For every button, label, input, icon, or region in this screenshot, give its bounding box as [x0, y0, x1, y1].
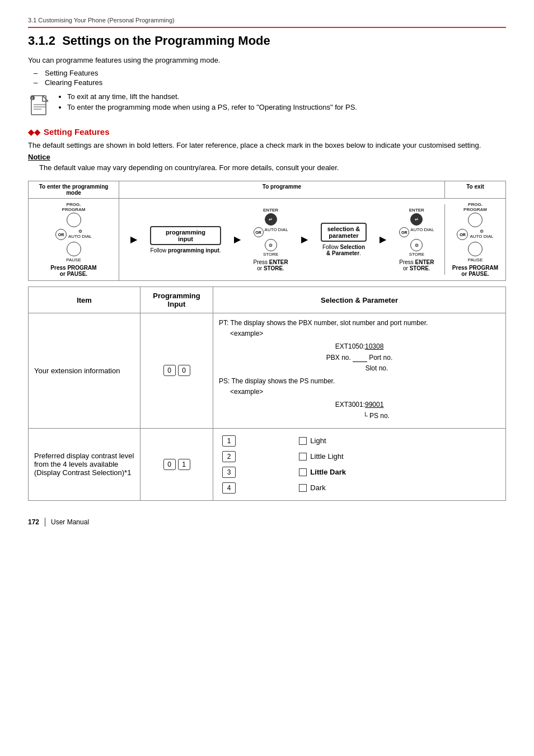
exit-body: PROG.PROGRAM OR ⚙AUTO DIAL PAUSE Press P…: [445, 199, 505, 280]
prog-step4: ENTER ↵ OR AUTO DIAL ⊙ STORE Press ENTER…: [399, 208, 434, 271]
programme-header: To programme: [119, 181, 445, 198]
enter-phone-group: PROG.PROGRAM OR ⚙AUTO DIAL PAUSE: [33, 202, 114, 262]
key-0b: 0: [178, 365, 190, 376]
main-table: Item Programming Input Selection & Param…: [28, 287, 506, 501]
ext-info: PT: The display shows the PBX number, sl…: [219, 318, 500, 421]
sel-cell-contrast: 1 Light 2 Little Light 3 Little Dark 4 D…: [213, 428, 506, 500]
checkbox-2: [299, 453, 307, 461]
list-item: Setting Features: [39, 69, 506, 77]
enter-header: To enter the programming mode: [29, 181, 119, 198]
notice-bullet: To exit at any time, lift the handset.: [67, 92, 357, 101]
svg-text:i: i: [32, 96, 33, 100]
option-num-1: 1: [222, 435, 236, 447]
checkbox-3: [299, 468, 307, 476]
option-num-4: 4: [222, 482, 236, 494]
sel-options-table: 1 Light 2 Little Light 3 Little Dark 4 D…: [219, 433, 500, 496]
section-title: 3.1.2 Settings on the Programming Mode: [28, 34, 506, 48]
manual-label: User Manual: [51, 518, 89, 526]
table-row: Your extension information 0 0 PT: The d…: [29, 313, 506, 429]
diamond-icon: ◆◆: [28, 128, 40, 137]
footer-divider: [45, 518, 45, 527]
exit-caption: Press PROGRAMor PAUSE.: [449, 265, 501, 277]
notice-bullet: To enter the programming mode when using…: [67, 103, 357, 111]
key-1a: 0: [163, 459, 176, 470]
arrow2-icon: ▶: [234, 235, 241, 244]
page-number: 172: [28, 518, 39, 526]
prog-diagram: To enter the programming mode To program…: [28, 181, 506, 281]
key-pair: 0 0: [146, 365, 207, 376]
col-prog: Programming Input: [140, 287, 213, 313]
notice-label: Notice: [28, 153, 506, 161]
prog-header-row: To enter the programming mode To program…: [29, 181, 505, 199]
notice-bullets: To exit at any time, lift the handset. T…: [58, 92, 357, 114]
option-num-2: 2: [222, 451, 236, 462]
exit-phone-group: PROG.PROGRAM OR ⚙AUTO DIAL PAUSE: [449, 202, 501, 262]
option-label-1: Light: [310, 436, 326, 445]
sel-cell-ext: PT: The display shows the PBX number, sl…: [213, 313, 506, 429]
prog-input-cell: 0 0: [140, 313, 213, 429]
option-label-4: Dark: [310, 483, 325, 492]
col-sel: Selection & Parameter: [213, 287, 506, 313]
list-item: Clearing Features: [39, 78, 506, 87]
notice-content: The default value may vary depending on …: [39, 163, 506, 172]
setting-features-title: ◆◆ Setting Features: [28, 127, 506, 137]
description-text: The default settings are shown in bold l…: [28, 141, 506, 149]
notice-box: i To exit at any time, lift the handset.…: [28, 92, 506, 118]
col-item: Item: [29, 287, 140, 313]
key-1b: 1: [178, 459, 190, 470]
prog-step3: selection &parameter Follow Selection& P…: [321, 223, 367, 256]
checkbox-4: [299, 484, 307, 492]
arrow1-icon: ▶: [130, 235, 137, 244]
breadcrumb: 3.1 Customising Your Phone (Personal Pro…: [28, 17, 506, 28]
table-row: Preferred display contrast level from th…: [29, 428, 506, 500]
arrow3-icon: ▶: [301, 235, 308, 244]
option-label-3: Little Dark: [310, 468, 346, 476]
key-pair2: 0 1: [146, 459, 207, 470]
prog-step2: ENTER ↵ OR AUTO DIAL ⊙ STORE Press ENTER…: [253, 208, 288, 271]
option-label-2: Little Light: [310, 452, 343, 461]
ext-diagram2: EXT3001:99001 └ PS no.: [219, 400, 500, 421]
programme-body: ▶ programminginput Follow programming in…: [119, 204, 445, 275]
svg-line-1: [43, 96, 48, 101]
key-0a: 0: [163, 365, 176, 376]
prog-body-row: PROG.PROGRAM OR ⚙AUTO DIAL PAUSE Press P…: [29, 199, 505, 280]
sel-option-row: 4 Dark: [219, 480, 500, 496]
checkbox-1: [299, 437, 307, 445]
intro-text: You can programme features using the pro…: [28, 56, 506, 64]
notice-icon: i: [28, 93, 53, 118]
item-cell: Your extension information: [29, 313, 140, 429]
feature-list: Setting Features Clearing Features: [39, 69, 506, 87]
sel-option-row: 3 Little Dark: [219, 464, 500, 480]
ext-diagram1: EXT1050:10308 PBX no. Port no. Slot no.: [219, 341, 500, 374]
footer: 172 User Manual: [28, 518, 506, 527]
exit-header: To exit: [445, 181, 505, 198]
enter-body: PROG.PROGRAM OR ⚙AUTO DIAL PAUSE Press P…: [29, 199, 119, 280]
sel-option-row: 2 Little Light: [219, 449, 500, 464]
item-cell-contrast: Preferred display contrast level from th…: [29, 428, 140, 500]
sel-option-row: 1 Light: [219, 433, 500, 449]
arrow4-icon: ▶: [380, 235, 386, 244]
prog-step1: programminginput Follow programming inpu…: [150, 226, 221, 253]
prog-input-cell2: 0 1: [140, 428, 213, 500]
enter-caption: Press PROGRAMor PAUSE.: [33, 265, 114, 277]
option-num-3: 3: [222, 467, 236, 478]
